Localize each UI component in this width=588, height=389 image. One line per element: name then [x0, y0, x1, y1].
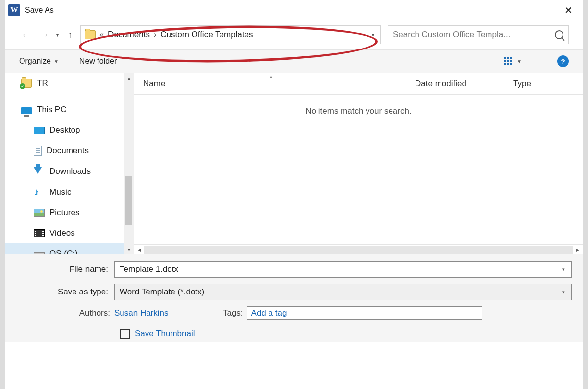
scroll-left-icon[interactable]: ◂ — [134, 246, 144, 253]
column-date-modified[interactable]: Date modified — [406, 73, 504, 94]
nav-up-button[interactable]: ↑ — [63, 27, 77, 42]
nav-row: ← → ▾ ↑ « Documents › Custom Office Temp… — [5, 20, 583, 49]
tree-item-pictures[interactable]: Pictures — [5, 202, 134, 223]
close-button[interactable]: ✕ — [557, 2, 580, 18]
breadcrumb-custom-templates[interactable]: Custom Office Templates — [157, 30, 256, 40]
help-button[interactable]: ? — [557, 55, 569, 67]
download-icon — [34, 167, 45, 176]
tree-item-tr[interactable]: TR — [5, 73, 134, 94]
tags-input[interactable]: Add a tag — [247, 306, 482, 320]
search-placeholder: Search Custom Office Templa... — [393, 30, 552, 40]
scroll-right-icon[interactable]: ▸ — [573, 246, 583, 253]
breadcrumb-prefix: « — [99, 30, 104, 39]
search-input[interactable]: Search Custom Office Templa... — [388, 25, 569, 44]
drive-icon — [34, 252, 45, 254]
form-panel: File name: Template 1.dotx ▾ Save as typ… — [5, 254, 583, 342]
pictures-icon — [34, 209, 45, 217]
tree-item-documents[interactable]: Documents — [5, 141, 134, 161]
sort-caret-icon: ▴ — [270, 74, 272, 79]
save-as-dialog: Save As ✕ ← → ▾ ↑ « Documents › Custom O… — [5, 0, 583, 389]
filename-label: File name: — [16, 265, 114, 274]
word-icon — [8, 4, 20, 16]
folder-icon — [21, 79, 32, 88]
pc-icon — [21, 107, 32, 114]
desktop-icon — [34, 127, 45, 134]
scroll-down-icon[interactable]: ▾ — [124, 244, 134, 254]
authors-value[interactable]: Susan Harkins — [114, 308, 169, 318]
document-icon — [34, 146, 42, 156]
toolbar: Organize ▼ New folder ▼ ? — [5, 49, 583, 73]
chevron-down-icon[interactable]: ▾ — [558, 286, 569, 298]
file-list: Name ▴ Date modified Type No items match… — [134, 73, 583, 254]
tags-label: Tags: — [218, 308, 247, 318]
nav-recent-dropdown[interactable]: ▾ — [56, 32, 59, 38]
savetype-label: Save as type: — [16, 287, 114, 297]
titlebar: Save As ✕ — [5, 0, 583, 20]
music-icon: ♪ — [34, 188, 45, 196]
nav-forward-button[interactable]: → — [37, 27, 51, 42]
tree-item-downloads[interactable]: Downloads — [5, 161, 134, 182]
nav-back-button[interactable]: ← — [19, 27, 34, 42]
save-thumbnail-checkbox[interactable] — [120, 329, 130, 339]
breadcrumb-dropdown[interactable]: ▾ — [369, 32, 377, 38]
videos-icon — [34, 229, 45, 237]
column-type[interactable]: Type — [504, 73, 583, 94]
chevron-down-icon[interactable]: ▾ — [558, 264, 569, 275]
folder-icon — [85, 30, 96, 39]
chevron-down-icon: ▼ — [54, 59, 59, 64]
search-icon — [555, 30, 564, 39]
window-title: Save As — [25, 6, 557, 15]
chevron-down-icon: ▼ — [517, 59, 522, 64]
column-name[interactable]: Name ▴ — [134, 73, 406, 94]
folder-tree[interactable]: TR This PC Desktop Documents Downloads ♪ — [5, 73, 134, 254]
organize-button[interactable]: Organize ▼ — [19, 57, 59, 66]
save-thumbnail-label[interactable]: Save Thumbnail — [135, 329, 195, 339]
breadcrumb[interactable]: « Documents › Custom Office Templates ▾ — [80, 25, 381, 44]
tree-item-music[interactable]: ♪ Music — [5, 182, 134, 202]
view-grid-icon — [504, 57, 512, 65]
file-list-hscroll[interactable]: ◂ ▸ — [134, 244, 583, 254]
view-mode-button[interactable]: ▼ — [504, 57, 522, 65]
scroll-up-icon[interactable]: ▴ — [124, 73, 134, 83]
empty-message: No items match your search. — [134, 95, 583, 244]
main-panel: TR This PC Desktop Documents Downloads ♪ — [5, 73, 583, 254]
tree-item-this-pc[interactable]: This PC — [5, 99, 134, 120]
tree-item-os-c[interactable]: OS (C:) — [5, 243, 134, 254]
authors-label: Authors: — [65, 308, 114, 318]
tree-scrollbar[interactable]: ▴ ▾ — [124, 73, 134, 254]
file-list-header: Name ▴ Date modified Type — [134, 73, 583, 95]
tree-item-desktop[interactable]: Desktop — [5, 120, 134, 141]
new-folder-button[interactable]: New folder — [79, 57, 117, 66]
filename-input[interactable]: Template 1.dotx ▾ — [114, 261, 572, 278]
scroll-thumb[interactable] — [125, 176, 132, 225]
breadcrumb-documents[interactable]: Documents — [105, 30, 153, 40]
chevron-right-icon: › — [154, 30, 156, 39]
tree-item-videos[interactable]: Videos — [5, 223, 134, 243]
savetype-select[interactable]: Word Template (*.dotx) ▾ — [114, 284, 572, 300]
scroll-track[interactable] — [144, 246, 573, 254]
